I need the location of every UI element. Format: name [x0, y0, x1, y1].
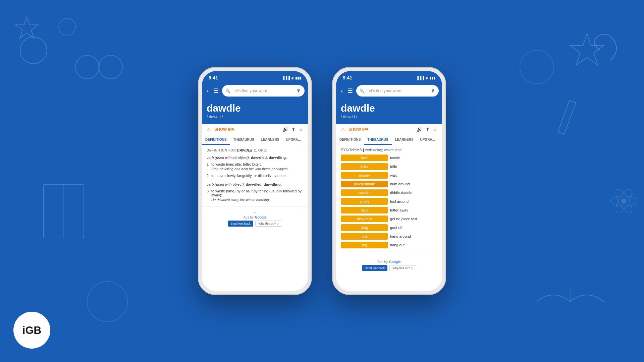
synonyms-header: SYNONYMS | verb delay; waste time — [341, 148, 437, 152]
ipa-actions-1: 🔊 ⬆ ☆ — [282, 127, 303, 132]
syn-trifle[interactable]: trifle — [390, 163, 437, 170]
ad-section-2: ← Ads by Google Send feedback Why this a… — [341, 251, 437, 273]
phone-thesaurus-inner: 9:41 ▐▐▐ ◈ ▮▮▮ ‹ ☰ 🔍 Let's find your wor… — [336, 71, 442, 291]
why-ad-btn-2[interactable]: Why this ad? ▷ — [389, 265, 416, 271]
syn-drag[interactable]: drag — [341, 224, 388, 231]
menu-button-1[interactable]: ☰ — [212, 86, 220, 96]
search-bar-2[interactable]: 🔍 Let's find your word 🎙 — [356, 85, 439, 97]
why-ad-btn-1[interactable]: Why this ad? ▷ — [255, 221, 282, 227]
ads-label-2: Ads by Google — [345, 260, 433, 264]
star-icon-2[interactable]: ☆ — [433, 127, 437, 132]
ad-nav-1[interactable]: ← — [207, 209, 303, 216]
tab-definitions-1[interactable]: DEFINITIONS — [202, 135, 230, 145]
ad-nav-2[interactable]: ← — [345, 253, 433, 260]
ad-buttons-2: Send feedback Why this ad? ▷ — [345, 265, 433, 271]
syn-hang-around[interactable]: hang around — [390, 233, 437, 240]
tab-upgrade-2[interactable]: UPGRA... — [417, 135, 438, 145]
syn-get-no-place-fast[interactable]: get no place fast — [390, 216, 437, 222]
svg-point-12 — [520, 50, 553, 84]
sound-icon-1[interactable]: 🔊 — [282, 127, 288, 132]
ipa-label-1[interactable]: SHOW IPA — [214, 127, 279, 132]
status-time-1: 9:41 — [209, 75, 218, 80]
svg-marker-2 — [15, 17, 38, 38]
tab-definitions-2[interactable]: DEFINITIONS — [336, 135, 364, 145]
syn-mosey[interactable]: mosey — [341, 172, 388, 179]
syn-lag[interactable]: lag — [341, 242, 388, 248]
def-item-3: 3 to waste (time) by or as if by triflin… — [202, 188, 308, 203]
ipa-warning-icon-2: ⚠ — [341, 127, 345, 132]
svg-point-13 — [621, 198, 627, 204]
status-icons-1: ▐▐▐ ◈ ▮▮▮ — [282, 76, 301, 80]
syn-dally[interactable]: dally — [341, 207, 388, 214]
tabs-1: DEFINITIONS THESAURUS LEARNERS UPGRA... — [202, 135, 308, 145]
ipa-label-2[interactable]: SHOW IPA — [348, 127, 413, 132]
mic-icon-2[interactable]: 🎙 — [431, 88, 435, 94]
star-icon-1[interactable]: ☆ — [299, 127, 303, 132]
tab-learners-1[interactable]: LEARNERS — [258, 135, 283, 145]
battery-icon-2: ▮▮▮ — [429, 76, 435, 80]
phone-notch-2 — [367, 71, 411, 80]
syn-fritter-away[interactable]: fritter away — [390, 207, 437, 214]
syn-toddle[interactable]: toddle — [390, 155, 437, 161]
back-button-2[interactable]: ‹ — [339, 86, 344, 96]
syn-bum-around[interactable]: bum around — [390, 181, 437, 187]
logo-text: iGB — [22, 324, 42, 337]
word-title-1: dawdle — [207, 103, 303, 114]
syn-hang-out[interactable]: hang out — [390, 242, 437, 248]
tab-upgrade-1[interactable]: UPGRA... — [283, 135, 304, 145]
syn-dilly-dally[interactable]: dilly-dally — [341, 216, 388, 222]
phone-definitions: 9:41 ▐▐▐ ◈ ▮▮▮ ‹ ☰ 🔍 Let's find your wor… — [198, 67, 312, 295]
def-word: DAWDLE — [237, 148, 253, 152]
word-header-1: dawdle / dawd-l / — [202, 100, 308, 124]
syn-procrastinate[interactable]: procrastinate — [341, 181, 388, 187]
search-bar-1[interactable]: 🔍 Let's find your word 🎙 — [222, 85, 305, 97]
signal-icon-2: ▐▐▐ — [416, 76, 424, 80]
menu-button-2[interactable]: ☰ — [346, 86, 354, 96]
status-time-2: 9:41 — [343, 75, 352, 80]
tab-thesaurus-2[interactable]: THESAURUS — [364, 135, 391, 145]
battery-icon-1: ▮▮▮ — [295, 76, 301, 80]
phones-container: 9:41 ▐▐▐ ◈ ▮▮▮ ‹ ☰ 🔍 Let's find your wor… — [198, 67, 446, 295]
syn-amble[interactable]: amble — [341, 198, 388, 205]
status-icons-2: ▐▐▐ ◈ ▮▮▮ — [416, 76, 435, 80]
svg-point-4 — [99, 55, 122, 79]
synonyms-grid: laze toddle loiter trifle mosey wait pro… — [341, 155, 437, 248]
svg-marker-8 — [570, 34, 604, 65]
syn-loiter[interactable]: loiter — [341, 163, 388, 170]
ipa-actions-2: 🔊 ⬆ ☆ — [417, 127, 437, 132]
syn-diddle-daddle[interactable]: diddle-daddle — [390, 189, 437, 196]
mic-icon-1[interactable]: 🎙 — [297, 88, 301, 94]
send-feedback-btn-1[interactable]: Send feedback — [228, 221, 253, 227]
svg-point-0 — [20, 37, 47, 64]
sound-icon-2[interactable]: 🔊 — [417, 127, 422, 132]
app-header-1: ‹ ☰ 🔍 Let's find your word 🎙 — [202, 83, 308, 100]
ads-label-1: Ads by Google — [207, 216, 303, 219]
syn-laze[interactable]: laze — [341, 155, 388, 161]
search-input-1[interactable]: Let's find your word — [232, 88, 294, 93]
signal-icon-1: ▐▐▐ — [282, 76, 290, 80]
svg-point-3 — [75, 55, 99, 79]
ipa-bar-1: ⚠ SHOW IPA 🔊 ⬆ ☆ — [202, 124, 308, 135]
share-icon-2[interactable]: ⬆ — [426, 127, 430, 132]
syn-saunter[interactable]: saunter — [341, 189, 388, 196]
wifi-icon-2: ◈ — [425, 76, 428, 80]
wifi-icon-1: ◈ — [291, 76, 294, 80]
send-feedback-btn-2[interactable]: Send feedback — [362, 265, 387, 271]
ad-buttons-1: Send feedback Why this ad? ▷ — [207, 221, 303, 227]
syn-idle[interactable]: idle — [341, 233, 388, 240]
tab-thesaurus-1[interactable]: THESAURUS — [230, 135, 257, 145]
thesaurus-content: SYNONYMS | verb delay; waste time laze t… — [336, 145, 442, 291]
search-input-2[interactable]: Let's find your word — [367, 88, 429, 93]
word-title-2: dawdle — [341, 103, 437, 114]
phone-thesaurus: 9:41 ▐▐▐ ◈ ▮▮▮ ‹ ☰ 🔍 Let's find your wor… — [332, 67, 446, 295]
verb-line-2: verb (used with object), daw·dled, daw·d… — [202, 181, 308, 188]
syn-goof-off[interactable]: goof off — [390, 224, 437, 231]
ipa-warning-icon-1: ⚠ — [207, 127, 211, 132]
syn-fool-around[interactable]: fool around — [390, 198, 437, 205]
syn-wait[interactable]: wait — [390, 172, 437, 179]
svg-point-15 — [613, 187, 635, 215]
share-icon-1[interactable]: ⬆ — [291, 127, 296, 132]
ipa-bar-2: ⚠ SHOW IPA 🔊 ⬆ ☆ — [336, 124, 442, 135]
tab-learners-2[interactable]: LEARNERS — [392, 135, 417, 145]
back-button-1[interactable]: ‹ — [205, 86, 210, 96]
